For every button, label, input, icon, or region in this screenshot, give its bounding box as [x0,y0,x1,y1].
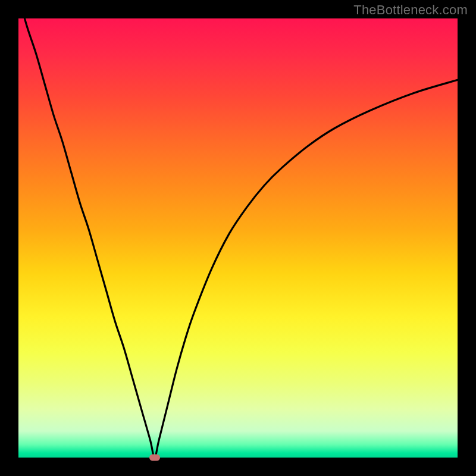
curve-svg [18,18,458,458]
optimum-marker [149,455,160,461]
bottleneck-curve [18,18,458,458]
watermark-text: TheBottleneck.com [353,2,468,18]
chart-frame: TheBottleneck.com [0,0,476,476]
plot-area [18,18,458,458]
